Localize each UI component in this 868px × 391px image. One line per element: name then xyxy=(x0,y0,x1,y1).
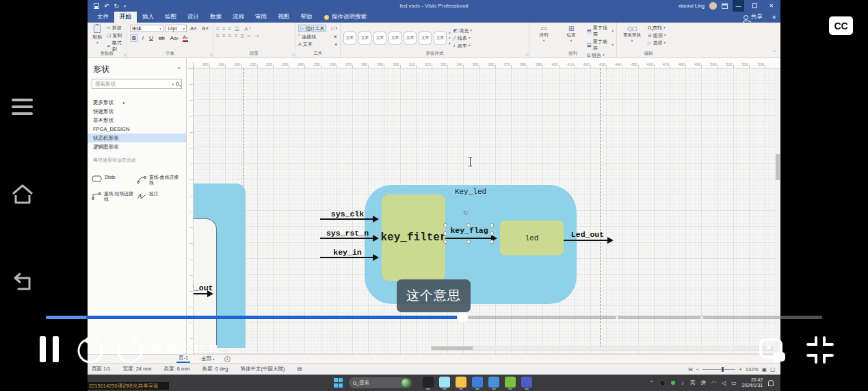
selection-handle[interactable] xyxy=(466,223,471,227)
fit-window-icon[interactable]: ▣ xyxy=(762,366,767,373)
selection-handle[interactable] xyxy=(443,231,447,236)
connector-tool-button[interactable]: ⌜连接线 xyxy=(298,34,316,40)
align-buttons-row2[interactable]: ≡ ≡ ≡ ≡ ⧖ ⇤ ⇥ xyxy=(216,33,292,40)
battery-icon[interactable]: ▭ xyxy=(731,380,737,386)
add-page-button[interactable]: + xyxy=(224,356,231,362)
pointer-tool-button[interactable]: ▷指针工具 xyxy=(298,25,326,32)
collapse-ribbon-icon[interactable]: ⌃ xyxy=(772,50,776,55)
status-language[interactable]: 简体中文(中国大陆) xyxy=(240,366,285,373)
shape-category-FPGA_DESIGN[interactable]: FPGA_DESIGN xyxy=(88,125,186,134)
menu-icon[interactable] xyxy=(12,99,33,119)
pinned-app-dark-icon[interactable] xyxy=(423,377,434,389)
shape-category-基本形状[interactable]: 基本形状 xyxy=(88,116,186,125)
keyflag-label[interactable]: key_flag xyxy=(447,226,491,235)
fit-page-icon[interactable]: ⊟ xyxy=(689,366,693,373)
align-buttons-row1[interactable]: ≡ ≡ ≡ ☰ A° xyxy=(216,26,292,33)
selection-handle[interactable] xyxy=(443,240,447,244)
vertical-scrollbar[interactable] xyxy=(775,68,780,354)
dialog-launcher-icon[interactable]: ◹ xyxy=(291,53,294,57)
shape-style-thumb[interactable]: 文本 xyxy=(343,31,356,45)
shape-category-逻辑图形状[interactable]: 逻辑图形状 xyxy=(88,142,186,151)
picture-in-picture-icon[interactable] xyxy=(758,337,788,364)
dialog-launcher-icon[interactable]: ◹ xyxy=(525,53,528,57)
rewind-5-button[interactable]: 5 xyxy=(76,336,105,364)
tab-设计[interactable]: 设计 xyxy=(182,12,205,23)
paste-button[interactable]: 粘贴▾ xyxy=(90,25,105,52)
exit-fullscreen-icon[interactable] xyxy=(804,335,836,365)
led-block[interactable]: led xyxy=(500,220,564,255)
taskbar-clock[interactable]: 20:42 2024/1/31 xyxy=(742,377,763,388)
stencil-state-shape[interactable]: State xyxy=(90,172,135,188)
dialog-launcher-icon[interactable]: ◹ xyxy=(123,53,126,57)
selection-handle[interactable] xyxy=(466,240,471,244)
send-to-back-button[interactable]: ⬓置于底层▾ xyxy=(587,38,614,51)
ribbon-display-options-icon[interactable] xyxy=(722,3,728,9)
weather-widget-icon[interactable] xyxy=(402,379,410,387)
shape-style-thumb[interactable]: 文本 xyxy=(434,31,447,45)
macro-icon[interactable]: ▤ xyxy=(297,366,302,373)
home-icon[interactable] xyxy=(10,182,35,207)
select-button[interactable]: ▷选择▾ xyxy=(648,40,666,46)
playback-speed-button[interactable]: 1x xyxy=(722,342,734,355)
progress-bar[interactable] xyxy=(46,316,822,319)
change-case-button[interactable]: Aa▾ xyxy=(169,35,180,41)
search-dropdown-icon[interactable]: ▾ xyxy=(172,82,174,86)
connection-point-icon[interactable]: ✕ xyxy=(333,34,337,40)
file-explorer-icon[interactable] xyxy=(456,377,466,389)
shape-style-thumb[interactable]: 文本 xyxy=(389,31,402,45)
shape-category-快速形状[interactable]: 快速形状 xyxy=(88,107,186,116)
ime-pinyin[interactable]: 拼 xyxy=(701,379,707,386)
save-icon[interactable] xyxy=(94,3,99,9)
tab-开始[interactable]: 开始 xyxy=(114,12,137,23)
pause-button[interactable] xyxy=(40,336,59,362)
effects-button[interactable]: ◐效果▾ xyxy=(453,42,472,49)
find-button[interactable]: 查找▾ xyxy=(648,25,666,31)
restore-button[interactable] xyxy=(749,0,761,12)
forward-5-button[interactable]: 5 xyxy=(116,336,144,364)
zoom-in-icon[interactable]: + xyxy=(739,366,741,373)
shape-search-input[interactable]: 搜索形状 ▾ xyxy=(92,79,182,89)
horizontal-scrollbar[interactable] xyxy=(431,346,773,351)
underline-button[interactable]: U xyxy=(148,35,155,41)
stencil-elbow-connector[interactable]: 直线-短线连接线 xyxy=(90,188,135,205)
strikethrough-button[interactable]: ab xyxy=(157,35,166,41)
all-pages-tab[interactable]: 全部 ▴ xyxy=(201,355,215,362)
change-shape-button[interactable]: ◇□更改形状▾ xyxy=(620,25,644,46)
shape-style-thumb[interactable]: 文本 xyxy=(373,31,386,45)
rotation-handle-icon[interactable]: ↻ xyxy=(463,210,469,216)
notifications-icon[interactable] xyxy=(768,380,774,386)
tab-视图[interactable]: 视图 xyxy=(272,12,295,23)
tab-绘图[interactable]: 绘图 xyxy=(159,12,182,23)
layers-button[interactable]: ≣图层▾ xyxy=(648,32,666,38)
ime-english[interactable]: 英 xyxy=(690,379,696,386)
tell-me-search[interactable]: 操作说明搜索 xyxy=(324,12,367,23)
zoom-slider[interactable] xyxy=(702,369,735,370)
wechat-tray-icon[interactable] xyxy=(671,381,675,385)
start-button[interactable] xyxy=(334,378,343,388)
document-close-icon[interactable]: ✕ xyxy=(772,12,776,23)
cut-button[interactable]: ✂剪切 xyxy=(107,25,124,31)
gallery-scroll[interactable]: ▴▾▾ xyxy=(449,30,451,45)
minimize-button[interactable]: — xyxy=(733,0,744,12)
font-color-button[interactable]: A▾ xyxy=(183,35,188,42)
text-block-icon[interactable]: ⧧ xyxy=(334,41,337,47)
selection-handle[interactable] xyxy=(490,240,494,244)
pinned-app-blue-icon[interactable] xyxy=(472,377,483,389)
qat-customize-icon[interactable]: ▾ xyxy=(124,3,126,8)
volume-icon[interactable]: ◁ xyxy=(722,380,726,386)
taskbar-search[interactable]: 搜索 xyxy=(349,377,412,388)
text-tool-button[interactable]: A文本 xyxy=(298,41,313,47)
redo-icon[interactable]: ↻ xyxy=(114,3,120,10)
grow-font-icon[interactable]: A˄ xyxy=(189,25,198,31)
visio-icon[interactable] xyxy=(521,377,532,389)
italic-button[interactable]: I xyxy=(141,35,145,41)
excel-icon[interactable] xyxy=(505,377,516,389)
undo-icon[interactable]: ↶ xyxy=(104,3,109,10)
line-button[interactable]: ╱线条▾ xyxy=(453,35,472,41)
tab-流程[interactable]: 流程 xyxy=(227,12,250,23)
panel-collapse-icon[interactable]: « xyxy=(178,65,181,71)
search-icon[interactable] xyxy=(176,82,179,86)
font-name-select[interactable]: 宋体▾ xyxy=(130,25,163,32)
selection-handle[interactable] xyxy=(443,223,447,227)
keyfilter-block[interactable]: key_filter xyxy=(382,194,445,281)
